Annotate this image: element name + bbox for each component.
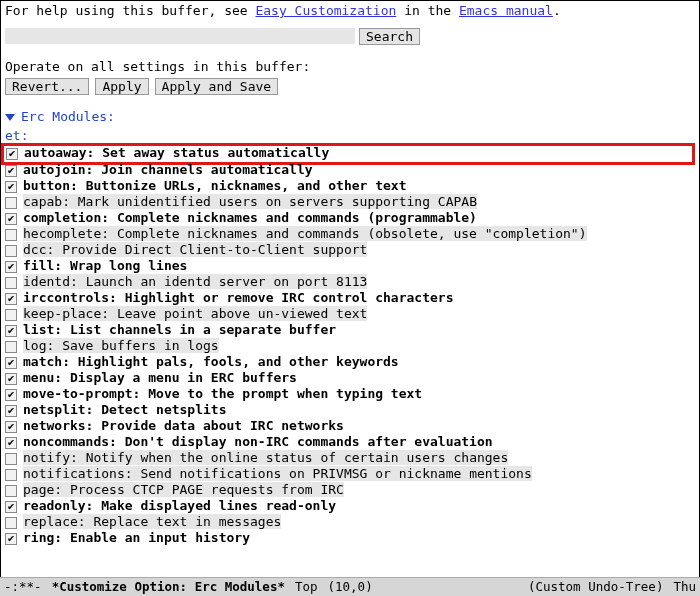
module-row-fill: fill: Wrap long lines xyxy=(5,259,695,275)
module-row-netsplit: netsplit: Detect netsplits xyxy=(5,403,695,419)
link-emacs-manual[interactable]: Emacs manual xyxy=(459,3,553,18)
module-desc: Complete nicknames and commands (obsolet… xyxy=(117,226,587,241)
module-label: autojoin: Join channels automatically xyxy=(23,162,313,179)
module-checkbox-button[interactable] xyxy=(5,181,17,193)
module-row-log: log: Save buffers in logs xyxy=(5,339,695,355)
module-label: noncommands: Don't display non-IRC comma… xyxy=(23,434,493,451)
module-checkbox-ring[interactable] xyxy=(5,533,17,545)
module-row-notify: notify: Notify when the online status of… xyxy=(5,451,695,467)
module-row-completion: completion: Complete nicknames and comma… xyxy=(5,211,695,227)
apply-save-button[interactable]: Apply and Save xyxy=(155,78,279,95)
module-name: completion: xyxy=(23,210,117,225)
module-label: replace: Replace text in messages xyxy=(23,514,281,531)
module-checkbox-irccontrols[interactable] xyxy=(5,293,17,305)
module-label: autoaway: Set away status automatically xyxy=(24,145,329,162)
modeline-day: Thu xyxy=(673,579,696,595)
module-checkbox-hecomplete[interactable] xyxy=(5,229,17,241)
module-name: identd: xyxy=(23,274,86,289)
module-checkbox-replace[interactable] xyxy=(5,517,17,529)
module-row-hecomplete: hecomplete: Complete nicknames and comma… xyxy=(5,227,695,243)
module-desc: Don't display non-IRC commands after eva… xyxy=(125,434,493,449)
module-label: irccontrols: Highlight or remove IRC con… xyxy=(23,290,453,307)
module-row-autoaway: autoaway: Set away status automatically xyxy=(6,146,690,162)
module-row-irccontrols: irccontrols: Highlight or remove IRC con… xyxy=(5,291,695,307)
module-label: hecomplete: Complete nicknames and comma… xyxy=(23,226,587,243)
collapse-icon[interactable] xyxy=(5,114,15,121)
module-label: match: Highlight pals, fools, and other … xyxy=(23,354,399,371)
module-checkbox-capab[interactable] xyxy=(5,197,17,209)
revert-button[interactable]: Revert... xyxy=(5,78,89,95)
module-checkbox-networks[interactable] xyxy=(5,421,17,433)
module-desc: Send notifications on PRIVMSG or nicknam… xyxy=(140,466,531,481)
apply-button[interactable]: Apply xyxy=(95,78,148,95)
module-desc: Set away status automatically xyxy=(102,145,329,160)
modeline-pos: Top xyxy=(295,579,318,595)
module-checkbox-completion[interactable] xyxy=(5,213,17,225)
module-checkbox-page[interactable] xyxy=(5,485,17,497)
module-name: fill: xyxy=(23,258,70,273)
module-row-notifications: notifications: Send notifications on PRI… xyxy=(5,467,695,483)
module-row-capab: capab: Mark unidentified users on server… xyxy=(5,195,695,211)
module-checkbox-notifications[interactable] xyxy=(5,469,17,481)
module-desc: Mark unidentified users on servers suppo… xyxy=(78,194,477,209)
link-easy-customization[interactable]: Easy Customization xyxy=(255,3,396,18)
module-desc: Enable an input history xyxy=(70,530,250,545)
mode-line: -:**- *Customize Option: Erc Modules* To… xyxy=(0,577,700,596)
module-checkbox-log[interactable] xyxy=(5,341,17,353)
module-checkbox-menu[interactable] xyxy=(5,373,17,385)
module-name: list: xyxy=(23,322,70,337)
module-checkbox-netsplit[interactable] xyxy=(5,405,17,417)
module-row-menu: menu: Display a menu in ERC buffers xyxy=(5,371,695,387)
module-desc: Provide Direct Client-to-Client support xyxy=(62,242,367,257)
module-desc: Replace text in messages xyxy=(93,514,281,529)
module-name: menu: xyxy=(23,370,70,385)
module-row-identd: identd: Launch an identd server on port … xyxy=(5,275,695,291)
module-checkbox-match[interactable] xyxy=(5,357,17,369)
module-checkbox-readonly[interactable] xyxy=(5,501,17,513)
module-checkbox-autojoin[interactable] xyxy=(5,165,17,177)
module-label: notify: Notify when the online status of… xyxy=(23,450,508,467)
module-label: dcc: Provide Direct Client-to-Client sup… xyxy=(23,242,367,259)
help-text: For help using this buffer, see Easy Cus… xyxy=(5,3,695,20)
module-desc: Provide data about IRC networks xyxy=(101,418,344,433)
module-name: dcc: xyxy=(23,242,62,257)
module-checkbox-fill[interactable] xyxy=(5,261,17,273)
section-title: Erc Modules: xyxy=(21,109,115,126)
module-name: readonly: xyxy=(23,498,101,513)
module-name: hecomplete: xyxy=(23,226,117,241)
module-label: keep-place: Leave point above un-viewed … xyxy=(23,306,367,323)
module-name: match: xyxy=(23,354,78,369)
module-checkbox-keep-place[interactable] xyxy=(5,309,17,321)
module-desc: List channels in a separate buffer xyxy=(70,322,336,337)
module-row-autojoin: autojoin: Join channels automatically xyxy=(5,163,695,179)
module-desc: Wrap long lines xyxy=(70,258,187,273)
module-checkbox-dcc[interactable] xyxy=(5,245,17,257)
module-name: capab: xyxy=(23,194,78,209)
module-label: menu: Display a menu in ERC buffers xyxy=(23,370,297,387)
module-desc: Buttonize URLs, nicknames, and other tex… xyxy=(86,178,407,193)
module-desc: Complete nicknames and commands (program… xyxy=(117,210,477,225)
module-name: noncommands: xyxy=(23,434,125,449)
modeline-coords: (10,0) xyxy=(328,579,373,595)
search-input[interactable] xyxy=(5,28,355,44)
module-desc: Highlight or remove IRC control characte… xyxy=(125,290,454,305)
operate-label: Operate on all settings in this buffer: xyxy=(5,59,695,76)
module-row-match: match: Highlight pals, fools, and other … xyxy=(5,355,695,371)
module-checkbox-notify[interactable] xyxy=(5,453,17,465)
module-row-dcc: dcc: Provide Direct Client-to-Client sup… xyxy=(5,243,695,259)
module-desc: Make displayed lines read-only xyxy=(101,498,336,513)
module-label: netsplit: Detect netsplits xyxy=(23,402,227,419)
module-label: log: Save buffers in logs xyxy=(23,338,219,355)
module-checkbox-autoaway[interactable] xyxy=(6,148,18,160)
module-label: capab: Mark unidentified users on server… xyxy=(23,194,477,211)
module-checkbox-move-to-prompt[interactable] xyxy=(5,389,17,401)
module-desc: Move to the prompt when typing text xyxy=(148,386,422,401)
module-row-button: button: Buttonize URLs, nicknames, and o… xyxy=(5,179,695,195)
module-checkbox-identd[interactable] xyxy=(5,277,17,289)
module-label: ring: Enable an input history xyxy=(23,530,250,547)
module-name: replace: xyxy=(23,514,93,529)
modeline-status: -:**- xyxy=(4,579,42,595)
module-checkbox-list[interactable] xyxy=(5,325,17,337)
module-checkbox-noncommands[interactable] xyxy=(5,437,17,449)
search-button[interactable]: Search xyxy=(359,28,420,45)
